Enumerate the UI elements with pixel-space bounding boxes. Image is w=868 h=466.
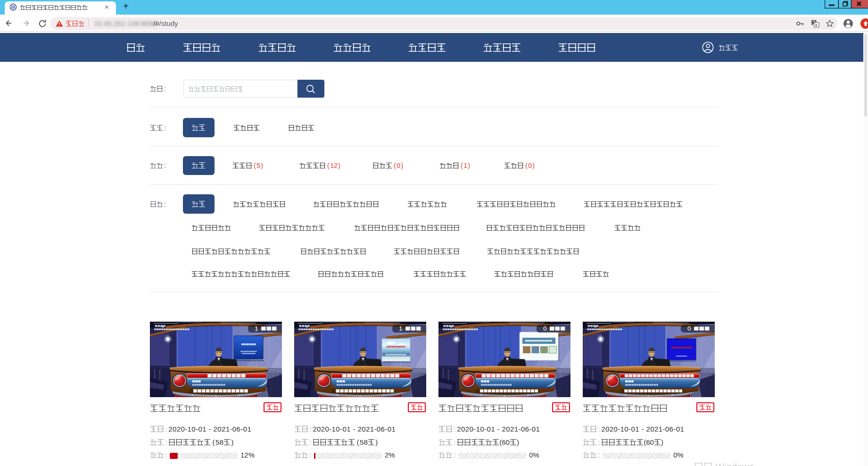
svg-text:1: 1 [255, 325, 258, 332]
svg-text:1: 1 [399, 325, 403, 332]
svg-text:0: 0 [543, 325, 547, 332]
svg-text:0: 0 [687, 325, 691, 332]
